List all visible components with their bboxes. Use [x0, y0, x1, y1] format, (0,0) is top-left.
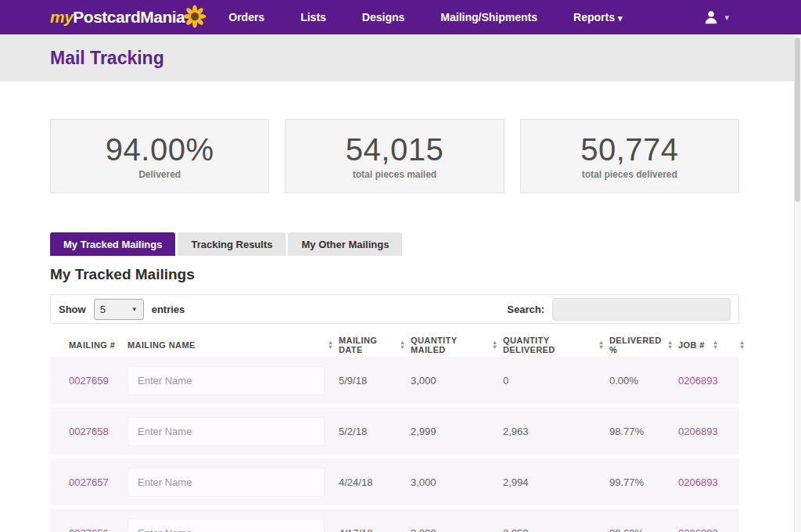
entries-select-value: 5: [100, 304, 106, 315]
mailing-name-input[interactable]: [128, 519, 325, 532]
delivered-pct-cell: 99.77%: [609, 476, 678, 488]
nav-item-label: Reports: [573, 11, 615, 23]
page-title: Mail Tracking: [50, 48, 164, 69]
column-label: QUANTITY DELIVERED: [503, 336, 600, 354]
nav-item-label: Lists: [300, 11, 326, 23]
brand-text-my: my: [50, 8, 73, 27]
quantity-mailed-cell: 3,000: [411, 476, 503, 488]
stat-value: 54,015: [346, 132, 444, 167]
mailing-number-link[interactable]: 0027656: [69, 527, 128, 532]
job-number-link[interactable]: 0206893: [678, 476, 724, 488]
sort-icon[interactable]: ▴▾: [494, 340, 497, 350]
nav-item-orders[interactable]: Orders: [228, 11, 264, 23]
stat-label: total pieces mailed: [353, 169, 436, 180]
mailing-name-cell: [128, 468, 339, 497]
nav-item-label: Designs: [362, 11, 404, 23]
table-row: 0027659 5/9/18 3,000 0 0.00% 0206893: [50, 357, 739, 404]
chevron-down-icon: ▼: [131, 306, 138, 313]
brand-logo[interactable]: my PostcardMania: [50, 6, 207, 28]
section-title: My Tracked Mailings: [50, 266, 739, 283]
quantity-delivered-cell: 2,994: [503, 476, 609, 488]
scrollbar-thumb[interactable]: [795, 38, 800, 202]
stat-value: 50,774: [580, 132, 678, 167]
mailing-date-cell: 4/17/18: [339, 527, 411, 532]
sort-icon[interactable]: ▴▾: [741, 340, 744, 350]
entries-label: entries: [152, 304, 185, 315]
quantity-delivered-cell: 2,959: [503, 527, 609, 532]
tab-label: My Tracked Mailings: [63, 239, 162, 250]
tab-my-other-mailings[interactable]: My Other Mailings: [288, 232, 402, 256]
stat-card-delivered-pct: 94.00% Delivered: [50, 119, 269, 193]
mailing-number-link[interactable]: 0027658: [69, 426, 128, 437]
search-input[interactable]: [552, 298, 731, 321]
chevron-down-icon: ▾: [724, 13, 729, 23]
tab-label: My Other Mailings: [301, 239, 389, 250]
table-controls: Show 5 ▼ entries Search:: [50, 294, 739, 324]
sort-icon[interactable]: ▴▾: [600, 340, 603, 350]
tab-my-tracked-mailings[interactable]: My Tracked Mailings: [50, 232, 175, 256]
job-number-link[interactable]: 0206893: [678, 527, 724, 532]
quantity-delivered-cell: 2,963: [503, 426, 609, 437]
column-header-delivered-pct[interactable]: DELIVERED % ▴▾: [609, 336, 678, 354]
mailing-name-input[interactable]: [128, 468, 325, 497]
column-label: DELIVERED %: [609, 336, 669, 354]
nav-item-designs[interactable]: Designs: [362, 11, 404, 23]
stat-value: 94.00%: [106, 132, 214, 167]
job-number-link[interactable]: 0206893: [678, 426, 724, 437]
table-header-row: MAILING # MAILING NAME ▴▾ MAILING DATE ▴…: [50, 333, 739, 357]
tab-bar: My Tracked Mailings Tracking Results My …: [50, 232, 739, 256]
column-header-quantity-mailed[interactable]: QUANTITY MAILED ▴▾: [411, 336, 503, 354]
sunflower-icon: [183, 5, 207, 28]
mailing-name-input[interactable]: [128, 366, 325, 395]
stat-label: total pieces delivered: [582, 169, 677, 180]
nav-item-mailing-shipments[interactable]: Mailing/Shipments: [440, 11, 537, 23]
search-area: Search:: [507, 298, 731, 321]
column-label: MAILING NAME: [128, 340, 196, 350]
stat-card-pieces-mailed: 54,015 total pieces mailed: [285, 119, 504, 193]
column-header-mailing-number[interactable]: MAILING #: [69, 340, 128, 350]
tracked-mailings-table: MAILING # MAILING NAME ▴▾ MAILING DATE ▴…: [50, 333, 739, 532]
user-menu[interactable]: ▾: [702, 9, 729, 26]
column-header-mailing-date[interactable]: MAILING DATE ▴▾: [339, 336, 411, 354]
vertical-scrollbar[interactable]: [794, 34, 801, 532]
table-row: 0027657 4/24/18 3,000 2,994 99.77% 02068…: [50, 458, 739, 505]
mailing-name-cell: [128, 366, 339, 395]
nav-item-lists[interactable]: Lists: [300, 11, 326, 23]
stat-card-pieces-delivered: 50,774 total pieces delivered: [520, 119, 739, 193]
nav-item-reports[interactable]: Reports▾: [573, 11, 622, 23]
column-label: JOB #: [678, 340, 705, 350]
tab-tracking-results[interactable]: Tracking Results: [178, 232, 286, 256]
sort-icon[interactable]: ▴▾: [714, 340, 717, 350]
column-header-job-number[interactable]: JOB # ▴▾: [678, 340, 724, 350]
column-header-quantity-delivered[interactable]: QUANTITY DELIVERED ▴▾: [503, 336, 609, 354]
column-label: MAILING DATE: [339, 336, 401, 354]
table-row: 0027658 5/2/18 2,999 2,963 98.77% 020689…: [50, 408, 739, 455]
column-header-extra[interactable]: ▴▾: [724, 340, 750, 350]
user-icon: [702, 9, 720, 26]
sort-icon[interactable]: ▴▾: [329, 340, 332, 350]
job-number-link[interactable]: 0206893: [678, 375, 724, 386]
mailing-number-link[interactable]: 0027657: [69, 476, 128, 488]
chevron-down-icon: ▾: [618, 13, 623, 23]
sort-icon[interactable]: ▴▾: [669, 340, 672, 350]
quantity-delivered-cell: 0: [503, 375, 609, 386]
entries-select[interactable]: 5 ▼: [94, 299, 144, 320]
column-header-mailing-name[interactable]: MAILING NAME ▴▾: [128, 340, 339, 350]
tab-label: Tracking Results: [191, 239, 272, 250]
delivered-pct-cell: 98.77%: [609, 426, 678, 437]
mailing-date-cell: 5/2/18: [339, 426, 411, 437]
column-label: QUANTITY MAILED: [411, 336, 494, 354]
quantity-mailed-cell: 3,000: [411, 375, 503, 386]
mailing-name-input[interactable]: [128, 417, 325, 446]
mailing-name-cell: [128, 417, 339, 446]
search-label: Search:: [507, 304, 544, 315]
delivered-pct-cell: 0.00%: [609, 375, 678, 386]
page-header: Mail Tracking: [0, 34, 801, 81]
top-navbar: my PostcardMania Orders Lists Designs Ma…: [0, 0, 801, 34]
sort-icon[interactable]: ▴▾: [401, 340, 404, 350]
quantity-mailed-cell: 2,999: [411, 426, 503, 437]
mailing-number-link[interactable]: 0027659: [69, 375, 128, 386]
nav-item-label: Mailing/Shipments: [440, 11, 537, 23]
column-label: MAILING #: [69, 340, 115, 350]
stats-row: 94.00% Delivered 54,015 total pieces mai…: [50, 119, 739, 193]
